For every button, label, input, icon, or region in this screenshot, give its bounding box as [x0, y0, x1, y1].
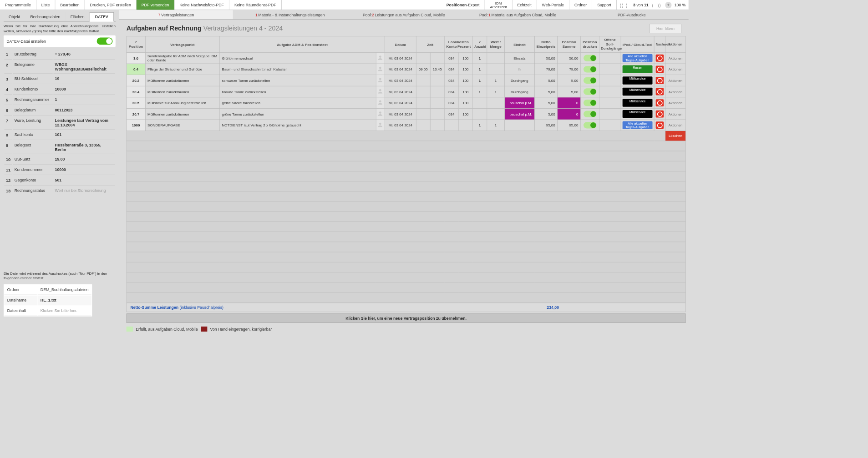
toolbar-drucken-pdf-erstellen[interactable]: Drucken, PDF erstellen	[85, 0, 136, 10]
avatar-icon[interactable]	[376, 86, 385, 97]
aktionen-button[interactable]: Aktionen	[665, 108, 685, 120]
table-row[interactable]: 20.2 Mülltonnen zurückräumen schwarze To…	[127, 75, 685, 86]
pod-tool-pill[interactable]: Alle aktuellen Tages-Aufgaben	[621, 120, 655, 131]
col-wert: Wert / Menge	[487, 36, 504, 53]
pod-tool-pill[interactable]: Müllservice	[621, 97, 655, 109]
cell-position: 3.0	[127, 52, 145, 64]
pod-tool-pill[interactable]: Müllservice	[621, 108, 655, 120]
print-toggle[interactable]	[580, 86, 599, 97]
left-tab-objekt[interactable]: Objekt	[4, 12, 25, 21]
aktionen-button[interactable]: Aktionen	[665, 97, 685, 109]
nachweis-button[interactable]	[654, 120, 665, 131]
positionen-export-button[interactable]: Positionen-Export	[442, 0, 485, 10]
print-toggle[interactable]	[580, 75, 599, 86]
main-tab[interactable]: 7 Vertragsleistungen	[119, 10, 233, 19]
table-row[interactable]: 20.5 Müllsäcke zur Abholung bereitstelle…	[127, 97, 685, 109]
idm-arbeitszeit-button[interactable]: IDMArbeitszeit	[485, 0, 512, 10]
col-position: 7Position	[127, 36, 145, 53]
pod-tool-pill[interactable]: Müllservice	[621, 86, 655, 97]
cell-datum: Mi, 03.04.2024	[385, 120, 416, 131]
prev-page-icon[interactable]: ⟨	[625, 2, 630, 7]
pod-tool-pill[interactable]: Alle aktuellen Tages-Aufgaben	[621, 52, 655, 64]
avatar-icon[interactable]	[376, 52, 385, 64]
add-position-strip[interactable]: Klicken Sie hier, um eine neue Vertragsp…	[127, 313, 686, 323]
table-row[interactable]: 20.7 Mülltonnen zurückräumen grüne Tonne…	[127, 108, 685, 120]
print-toggle[interactable]	[580, 97, 599, 109]
avatar-icon[interactable]	[376, 120, 385, 131]
nachweis-button[interactable]	[654, 75, 665, 86]
nachweis-button[interactable]	[654, 52, 665, 64]
next-page-icon[interactable]: ⟩	[651, 2, 656, 7]
svg-point-3	[379, 89, 381, 91]
filter-button[interactable]: Hier filtern	[650, 24, 681, 33]
kv-row: 11 Kundennummer 10000	[5, 165, 115, 175]
table-row[interactable]: 1000 SONDERAUFGABE NOTDIENST laut Vertra…	[127, 120, 685, 131]
nachweis-button[interactable]	[654, 97, 665, 109]
file-row: DateiinhaltKlicken Sie bitte hier.	[5, 306, 91, 316]
cell-datum: Mi, 03.04.2024	[385, 86, 416, 97]
first-page-icon[interactable]: ⟨⟨	[619, 2, 624, 7]
last-page-icon[interactable]: ⟩⟩	[657, 2, 662, 7]
kv-row: 2 Belegname WBGX WohnungsBauGesellschaft	[5, 60, 115, 73]
left-tab-rechnungsdaten[interactable]: Rechnungsdaten	[25, 12, 65, 21]
svg-point-6	[379, 123, 381, 125]
netto-sum-label: Netto-Summe Leistungen	[130, 305, 178, 310]
table-row[interactable]: 20.4 Mülltonnen zurückräumen braune Tonn…	[127, 86, 685, 97]
pod-tool-pill[interactable]: Müllservice	[621, 75, 655, 86]
avatar-icon[interactable]	[376, 75, 385, 86]
aktionen-button[interactable]: Aktionen	[665, 86, 685, 97]
toolbar-pdf-versenden[interactable]: PDF versenden	[137, 0, 175, 10]
main-tab[interactable]: PDF-Ausdrucke	[575, 10, 689, 19]
avatar-icon[interactable]	[376, 97, 385, 109]
spacer	[281, 0, 441, 10]
kv-row: 10 USt-Satz 19,00	[5, 155, 115, 164]
table-row[interactable]: 3.0 Sonderaufgabe für ADM nach Vorgabe I…	[127, 52, 685, 64]
toolbar-web-portale[interactable]: Web-Portale	[537, 0, 569, 10]
add-page-icon[interactable]: +	[665, 2, 671, 8]
aktionen-button[interactable]: Aktionen	[665, 52, 685, 64]
print-toggle[interactable]	[580, 108, 599, 120]
empty-row	[127, 221, 685, 232]
main-tab[interactable]: Pool: 1 Material aus Aufgaben Cloud, Mob…	[461, 10, 574, 19]
pod-tool-pill[interactable]: Rasen	[621, 64, 655, 75]
aktionen-button[interactable]: Aktionen	[665, 120, 685, 131]
aktionen-button[interactable]: Aktionen	[665, 64, 685, 75]
main-tab[interactable]: Pool: 2 Leistungen aus Aufgaben Cloud, M…	[347, 10, 461, 19]
print-toggle[interactable]	[580, 120, 599, 131]
toolbar-liste[interactable]: Liste	[36, 0, 55, 10]
legend-text-2: Von Hand eingetragen, korrigierbar	[210, 327, 272, 332]
left-tab-flächen[interactable]: Flächen	[66, 12, 90, 21]
toolbar-keine-r-umdienst-pdf[interactable]: Keine Räumdienst-PDF	[229, 0, 282, 10]
print-toggle[interactable]	[580, 52, 599, 64]
col-zeit: Zeit	[416, 36, 444, 53]
toolbar-echtzeit[interactable]: Echtzeit	[512, 0, 537, 10]
file-row: OrdnerDEM_Buchhaltungsdateien	[5, 285, 91, 295]
toolbar-programmteile[interactable]: Programmteile	[0, 0, 36, 10]
toolbar-keine-nachweisfoto-pdf[interactable]: Keine Nachweisfoto-PDF	[174, 0, 229, 10]
col-vertragspunkt: Vertragspunkt	[145, 36, 220, 53]
col-anzahl: 7Anzahl	[472, 36, 487, 53]
empty-row	[127, 201, 685, 211]
datev-toggle[interactable]	[97, 38, 113, 45]
aktionen-button[interactable]: Aktionen	[665, 75, 685, 86]
nachweis-button[interactable]	[654, 64, 665, 75]
toolbar-ordner[interactable]: Ordner	[569, 0, 592, 10]
avatar-icon[interactable]	[376, 108, 385, 120]
avatar-icon[interactable]	[376, 64, 385, 75]
nachweis-button[interactable]	[654, 108, 665, 120]
empty-row	[127, 191, 685, 201]
loeschen-button[interactable]: Löschen	[665, 131, 685, 141]
legend: Erfüllt, aus Aufgaben Cloud, Mobile Von …	[127, 325, 686, 333]
print-toggle[interactable]	[580, 64, 599, 75]
cell-vertragspunkt: Mülltonnen zurückräumen	[145, 108, 220, 120]
cell-position: 6.4	[127, 64, 145, 75]
table-row[interactable]: 6.4 Pflege der Sträucher und Gehölze Bau…	[127, 64, 685, 75]
toolbar-bearbeiten[interactable]: Bearbeiten	[55, 0, 85, 10]
kv-row: 4 Kundenkonto 10000	[5, 85, 115, 94]
empty-row	[127, 272, 685, 282]
main-tab[interactable]: 1 Material- & Instandhaltungsleistungen	[233, 10, 347, 19]
left-tab-datev[interactable]: DATEV	[90, 12, 114, 22]
cell-position: 20.5	[127, 97, 145, 109]
toolbar-support[interactable]: Support	[592, 0, 617, 10]
nachweis-button[interactable]	[654, 86, 665, 97]
